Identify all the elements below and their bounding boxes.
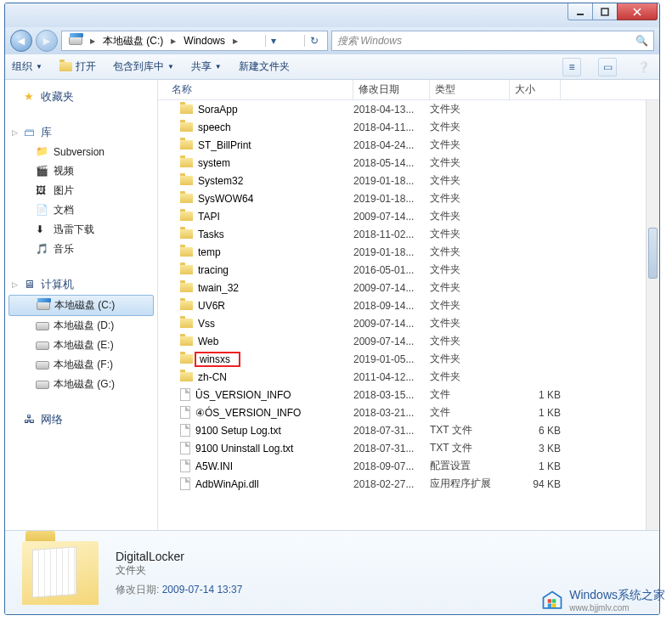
close-button[interactable] bbox=[617, 3, 658, 20]
chevron-right-icon[interactable]: ▶ bbox=[86, 37, 99, 45]
breadcrumb-drive[interactable]: 本地磁盘 (C:) bbox=[99, 34, 167, 48]
file-type: 文件 bbox=[430, 405, 510, 420]
column-size[interactable]: 大小 bbox=[510, 80, 561, 99]
refresh-button[interactable]: ↻ bbox=[304, 35, 324, 47]
column-name[interactable]: 名称 bbox=[167, 80, 353, 99]
file-row[interactable]: SoraApp2018-04-13...文件夹 bbox=[158, 100, 659, 118]
breadcrumb-folder[interactable]: Windows bbox=[180, 35, 229, 47]
share-button[interactable]: 共享▼ bbox=[191, 59, 222, 74]
file-row[interactable]: 9100 Uninstall Log.txt2018-07-31...TXT 文… bbox=[158, 439, 659, 457]
sidebar-item-label: 文档 bbox=[54, 203, 74, 217]
file-date: 2011-04-12... bbox=[353, 371, 430, 383]
sidebar-library-item[interactable]: ⬇迅雷下载 bbox=[5, 220, 157, 240]
file-name: TAPI bbox=[198, 211, 220, 223]
address-bar[interactable]: ▶ 本地磁盘 (C:) ▶ Windows ▶ ▾ ↻ bbox=[61, 31, 328, 51]
folder-icon bbox=[180, 176, 193, 185]
column-type[interactable]: 类型 bbox=[430, 80, 510, 99]
libraries-header[interactable]: ▷🗃库 bbox=[5, 122, 157, 143]
file-row[interactable]: System322019-01-18...文件夹 bbox=[158, 172, 659, 189]
svg-rect-1 bbox=[601, 8, 608, 15]
folder-icon bbox=[180, 104, 193, 114]
file-type: 文件夹 bbox=[430, 173, 510, 188]
network-header[interactable]: 🖧网络 bbox=[5, 409, 157, 430]
sidebar-item-label: 图片 bbox=[54, 183, 74, 198]
file-row[interactable]: zh-CN2011-04-12...文件夹 bbox=[158, 368, 659, 386]
file-type: TXT 文件 bbox=[430, 441, 510, 455]
include-in-library-button[interactable]: 包含到库中▼ bbox=[113, 59, 174, 74]
sidebar-drive-item[interactable]: 本地磁盘 (D:) bbox=[5, 316, 157, 336]
svg-rect-2 bbox=[548, 599, 551, 602]
sidebar-drive-item[interactable]: 本地磁盘 (G:) bbox=[5, 375, 157, 394]
file-row[interactable]: ÛS_VERSION_INFO2018-03-15...文件1 KB bbox=[158, 386, 659, 404]
open-button[interactable]: 打开 bbox=[59, 59, 96, 74]
file-list: 名称 修改日期 类型 大小 SoraApp2018-04-13...文件夹spe… bbox=[158, 80, 659, 530]
computer-header[interactable]: ▷🖥计算机 bbox=[5, 274, 157, 295]
file-date: 2009-07-14... bbox=[353, 282, 430, 294]
sidebar-drive-item[interactable]: 本地磁盘 (F:) bbox=[5, 355, 157, 375]
sidebar-library-item[interactable]: 🖼图片 bbox=[5, 181, 157, 200]
file-date: 2018-04-24... bbox=[353, 139, 430, 151]
maximize-button[interactable] bbox=[592, 3, 618, 20]
chevron-right-icon[interactable]: ▶ bbox=[229, 37, 242, 45]
file-row[interactable]: Tasks2018-11-02...文件夹 bbox=[158, 225, 659, 243]
file-date: 2018-09-14... bbox=[353, 300, 430, 312]
folder-icon bbox=[180, 247, 193, 257]
watermark: Windows系统之家 www.bjjmlv.com bbox=[540, 588, 665, 613]
file-icon bbox=[180, 477, 190, 490]
sidebar-library-item[interactable]: 🎵音乐 bbox=[5, 240, 157, 259]
file-date: 2019-01-05... bbox=[353, 353, 430, 365]
file-name: system bbox=[198, 157, 230, 169]
file-icon bbox=[180, 406, 190, 419]
help-button[interactable]: ❔ bbox=[634, 58, 652, 76]
file-row[interactable]: ST_BillPrint2018-04-24...文件夹 bbox=[158, 136, 659, 154]
column-date[interactable]: 修改日期 bbox=[353, 80, 430, 99]
file-row[interactable]: system2018-05-14...文件夹 bbox=[158, 154, 659, 172]
file-row[interactable]: UV6R2018-09-14...文件夹 bbox=[158, 296, 659, 314]
sidebar-item-label: 本地磁盘 (D:) bbox=[54, 319, 114, 333]
sidebar-library-item[interactable]: 📁Subversion bbox=[5, 143, 157, 161]
scrollbar[interactable] bbox=[646, 100, 659, 530]
file-type: 应用程序扩展 bbox=[430, 477, 510, 491]
file-type: 文件 bbox=[430, 387, 510, 402]
file-type: 文件夹 bbox=[430, 191, 510, 206]
addr-dropdown-button[interactable]: ▾ bbox=[265, 35, 281, 47]
file-icon bbox=[180, 424, 190, 437]
file-name: 9100 Uninstall Log.txt bbox=[195, 443, 293, 454]
search-input[interactable]: 搜索 Windows 🔍 bbox=[331, 31, 654, 51]
file-row[interactable]: temp2019-01-18...文件夹 bbox=[158, 243, 659, 261]
file-row[interactable]: Vss2009-07-14...文件夹 bbox=[158, 314, 659, 332]
preview-pane-button[interactable]: ▭ bbox=[598, 58, 617, 76]
minimize-button[interactable] bbox=[568, 3, 593, 20]
file-row[interactable]: A5W.INI2018-09-07...配置设置1 KB bbox=[158, 457, 659, 475]
file-row[interactable]: winsxs2019-01-05...文件夹 bbox=[158, 350, 659, 368]
file-row[interactable]: TAPI2009-07-14...文件夹 bbox=[158, 207, 659, 225]
file-icon bbox=[180, 388, 190, 401]
sidebar-library-item[interactable]: 🎬视频 bbox=[5, 161, 157, 181]
file-row[interactable]: ④ÓS_VERSION_INFO2018-03-21...文件1 KB bbox=[158, 404, 659, 421]
sidebar-library-item[interactable]: 📄文档 bbox=[5, 200, 157, 220]
file-name: temp bbox=[198, 246, 221, 258]
file-row[interactable]: twain_322009-07-14...文件夹 bbox=[158, 279, 659, 296]
new-folder-button[interactable]: 新建文件夹 bbox=[239, 59, 290, 74]
file-row[interactable]: tracing2016-05-01...文件夹 bbox=[158, 261, 659, 279]
favorites-header[interactable]: ★收藏夹 bbox=[5, 87, 157, 107]
file-row[interactable]: speech2018-04-11...文件夹 bbox=[158, 118, 659, 136]
file-row[interactable]: SysWOW642019-01-18...文件夹 bbox=[158, 189, 659, 207]
search-icon[interactable]: 🔍 bbox=[635, 35, 648, 47]
sidebar-drive-item[interactable]: 本地磁盘 (E:) bbox=[5, 336, 157, 355]
organize-button[interactable]: 组织▼ bbox=[12, 59, 42, 74]
sidebar-item-label: 本地磁盘 (C:) bbox=[54, 298, 115, 313]
file-row[interactable]: AdbWinApi.dll2018-02-27...应用程序扩展94 KB bbox=[158, 475, 659, 493]
folder-icon bbox=[180, 229, 193, 239]
file-row[interactable]: Web2009-07-14...文件夹 bbox=[158, 332, 659, 350]
chevron-right-icon[interactable]: ▶ bbox=[167, 37, 180, 45]
sidebar-drive-item[interactable]: 本地磁盘 (C:) bbox=[8, 295, 154, 316]
nav-forward-button[interactable]: ► bbox=[36, 30, 58, 52]
scrollbar-thumb[interactable] bbox=[648, 228, 658, 279]
details-date: 修改日期: 2009-07-14 13:37 bbox=[116, 583, 242, 597]
file-name: speech bbox=[198, 121, 231, 133]
file-row[interactable]: 9100 Setup Log.txt2018-07-31...TXT 文件6 K… bbox=[158, 421, 659, 439]
view-options-button[interactable]: ≡ bbox=[562, 58, 581, 76]
nav-back-button[interactable]: ◄ bbox=[10, 30, 32, 52]
file-size: 3 KB bbox=[510, 443, 561, 454]
